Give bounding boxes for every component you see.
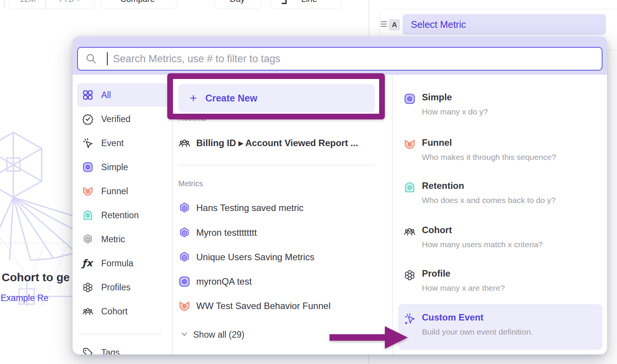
sidebar-item-label: Retention	[101, 210, 139, 221]
type-description: How many x are there?	[422, 283, 505, 293]
cohort-people-icon	[404, 225, 416, 238]
recent-item-row[interactable]: Billing ID ▸ Account Viewed Report ...	[178, 134, 375, 152]
simple-metric-icon	[82, 161, 94, 173]
sidebar-item-cohort[interactable]: Cohort	[77, 300, 168, 323]
type-title: Custom Event	[422, 312, 483, 323]
show-all-label: Show all (29)	[193, 330, 244, 340]
metric-hexagon-icon	[178, 251, 191, 263]
granularity-label: Day	[230, 0, 245, 4]
type-description: Build your own event definition.	[422, 327, 533, 337]
sidebar-item-label: All	[101, 90, 111, 100]
sidebar-item-simple[interactable]: Simple	[77, 155, 168, 179]
range-ytd-button[interactable]: YTD	[58, 0, 74, 4]
create-new-button[interactable]: + Create New	[178, 84, 375, 112]
metric-item-label: Unique Users Saving Metrics	[196, 252, 314, 263]
recents-divider	[178, 165, 375, 166]
sidebar-item-label: Funnel	[101, 186, 128, 196]
type-title: Simple	[422, 92, 452, 103]
metric-hexagon-icon	[178, 227, 191, 239]
sidebar-item-all[interactable]: All	[77, 83, 168, 107]
sidebar-item-formula[interactable]: ƒx Formula	[77, 251, 168, 275]
sidebar-item-label: Event	[101, 138, 124, 148]
sidebar-divider	[172, 75, 173, 354]
sidebar-item-label: Profiles	[101, 282, 131, 293]
funnel-metric-icon	[178, 300, 191, 312]
chart-type-button[interactable]: Line	[270, 0, 341, 9]
plus-icon: +	[190, 92, 197, 104]
example-reports-link[interactable]: Example Re	[1, 293, 48, 303]
sidebar-item-verified[interactable]: Verified	[77, 107, 168, 131]
custom-event-spark-icon	[404, 313, 416, 325]
sidebar-item-label: Cohort	[101, 306, 128, 317]
type-title: Cohort	[422, 225, 452, 235]
metric-list-item[interactable]: WW Test Saved Behavior Funnel	[178, 297, 375, 315]
type-description: How many users match x criteria?	[422, 240, 543, 249]
search-input[interactable]	[77, 47, 602, 71]
compare-button[interactable]: Compare	[101, 0, 177, 9]
metric-item-label: Myron testttttttt	[196, 227, 257, 238]
event-cursor-icon	[82, 137, 94, 149]
range-12m-button[interactable]: 12M	[19, 0, 36, 4]
select-metric-button[interactable]: Select Metric	[402, 14, 606, 35]
empty-state-headline-fragment: or Cohort to ge	[0, 271, 70, 284]
type-description: Who makes it through this sequence?	[422, 153, 556, 162]
tag-icon	[82, 347, 94, 354]
chart-type-label: Line	[301, 0, 317, 4]
metric-list-item[interactable]: Myron testttttttt	[178, 224, 375, 242]
sidebar-item-tags[interactable]: Tags	[77, 341, 168, 354]
compare-label: Compare	[120, 0, 155, 4]
segment-divider	[45, 0, 46, 9]
metric-list-item[interactable]: Hans Testing saved metric	[178, 199, 375, 217]
profiles-cluster-icon	[82, 282, 94, 293]
type-description: How many x do y?	[422, 107, 488, 116]
verified-badge-icon	[82, 113, 94, 125]
custom-event-highlight	[398, 304, 602, 350]
retention-metric-icon	[404, 181, 416, 193]
formula-fx-icon: ƒx	[82, 258, 94, 269]
grid-icon	[82, 89, 94, 101]
type-description: Who does x and comes back to do y?	[422, 196, 556, 205]
metric-hexagon-icon	[82, 234, 94, 245]
simple-metric-icon	[178, 275, 191, 288]
metric-item-label: WW Test Saved Behavior Funnel	[196, 301, 331, 311]
recents-section-label: Recents	[178, 114, 206, 122]
metric-item-label: myronQA test	[196, 276, 252, 287]
drag-handle-icon[interactable]	[381, 21, 387, 29]
funnel-metric-icon	[404, 138, 416, 150]
show-all-toggle[interactable]: Show all (29)	[181, 327, 334, 342]
chevron-down-icon	[75, 0, 81, 3]
cohort-people-icon	[178, 137, 191, 149]
sidebar-item-profiles[interactable]: Profiles	[77, 275, 168, 299]
metric-list-item[interactable]: myronQA test	[178, 272, 375, 291]
funnel-metric-icon	[82, 185, 94, 197]
retention-metric-icon	[82, 209, 94, 221]
cohort-people-icon	[82, 306, 94, 317]
metric-item-label: Hans Testing saved metric	[196, 203, 304, 213]
type-title: Funnel	[422, 137, 452, 148]
sidebar-item-metric[interactable]: Metric	[77, 227, 168, 251]
sidebar-item-funnel[interactable]: Funnel	[77, 179, 168, 203]
explore-line: Or explore Example Re	[0, 293, 48, 303]
sidebar-item-label: Metric	[101, 234, 125, 245]
type-title: Retention	[422, 180, 464, 191]
metric-hexagon-icon	[178, 202, 191, 214]
sidebar-item-label: Formula	[101, 258, 133, 269]
type-title: Profile	[422, 268, 451, 279]
profiles-cluster-icon	[404, 269, 416, 281]
date-range-segmented-control[interactable]: 12M YTD	[8, 0, 95, 9]
metric-list-item[interactable]: Unique Users Saving Metrics	[178, 248, 375, 266]
granularity-button[interactable]: Day	[214, 0, 262, 9]
create-new-label: Create New	[205, 93, 257, 104]
sidebar-item-label: Simple	[101, 162, 128, 172]
sidebar-item-event[interactable]: Event	[77, 131, 168, 155]
metrics-section-label: Metrics	[178, 179, 203, 188]
simple-metric-icon	[404, 93, 416, 105]
line-chart-icon	[280, 0, 295, 6]
toolbar-edge-divider	[4, 0, 5, 8]
search-icon	[86, 53, 97, 66]
recent-item-label: Billing ID ▸ Account Viewed Report ...	[196, 138, 358, 148]
chevron-down-icon	[181, 331, 188, 338]
text-caret	[107, 52, 108, 65]
sidebar-item-label: Verified	[101, 114, 131, 124]
sidebar-item-retention[interactable]: Retention	[77, 203, 168, 227]
